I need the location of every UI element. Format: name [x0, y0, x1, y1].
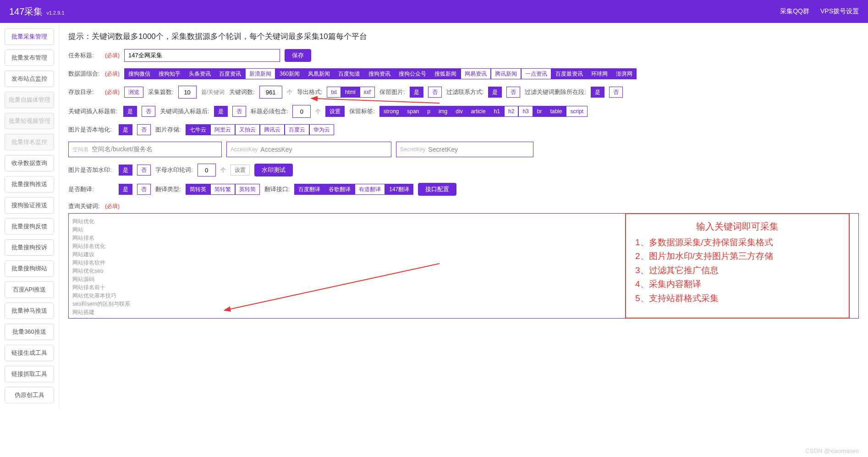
yes-toggle[interactable]: 是	[119, 165, 132, 176]
sidebar-item[interactable]: 链接抓取工具	[5, 366, 54, 382]
contain-input[interactable]	[292, 105, 311, 118]
option-tag[interactable]: 腾讯云	[260, 124, 285, 135]
count-unit: 篇/关键词	[201, 88, 225, 96]
option-tag[interactable]: 简转繁	[210, 184, 235, 195]
option-tag[interactable]: img	[434, 106, 451, 117]
no-toggle[interactable]: 否	[142, 106, 155, 117]
watermark-label: 图片是否加水印:	[68, 166, 114, 174]
option-tag[interactable]: p	[423, 106, 434, 117]
no-toggle[interactable]: 否	[232, 106, 246, 117]
option-tag[interactable]: 搜狗资讯	[364, 68, 395, 79]
yes-toggle[interactable]: 是	[488, 87, 502, 98]
sidebar-item[interactable]: 批量360推送	[5, 324, 54, 340]
option-tag[interactable]: 华为云	[309, 124, 334, 135]
option-tag[interactable]: 搜狗微信	[124, 68, 154, 79]
contain-label: 标题必须包含:	[251, 107, 288, 116]
option-tag[interactable]: 澎湃网	[612, 68, 637, 79]
keywords-textarea[interactable]	[68, 213, 859, 319]
yes-toggle[interactable]: 是	[123, 106, 137, 117]
sidebar-item[interactable]: 搜狗验证推送	[5, 197, 54, 214]
option-tag[interactable]: txt	[327, 87, 341, 98]
no-toggle[interactable]: 否	[137, 165, 151, 176]
option-tag[interactable]: 英转简	[235, 184, 260, 195]
option-tag[interactable]: 凤凰新闻	[304, 68, 334, 79]
option-tag[interactable]: table	[546, 106, 566, 117]
sidebar-item[interactable]: 批量搜狗反馈	[5, 218, 54, 235]
no-toggle[interactable]: 否	[137, 184, 151, 195]
no-toggle[interactable]: 否	[137, 124, 151, 135]
no-toggle[interactable]: 否	[506, 87, 520, 98]
option-tag[interactable]: 腾讯新闻	[491, 68, 521, 79]
option-tag[interactable]: strong	[379, 106, 403, 117]
set-button[interactable]: 设置	[231, 165, 250, 176]
sidebar-item[interactable]: 批量采集管理	[5, 28, 54, 45]
sidebar-item[interactable]: 百度API推送	[5, 281, 54, 298]
main-content: 提示：关键词数最多1000个，采集数据源多个轮训，每个关键词最多采集10篇每个平…	[59, 23, 868, 409]
option-tag[interactable]: xxf	[360, 87, 375, 98]
watermark-test-button[interactable]: 水印测试	[254, 164, 293, 176]
option-tag[interactable]: 147翻译	[385, 184, 413, 195]
option-tag[interactable]: h1	[490, 106, 504, 117]
kw-count-input[interactable]	[259, 86, 282, 99]
link-qq-group[interactable]: 采集QQ群	[780, 7, 809, 16]
sidebar-item[interactable]: 伪原创工具	[5, 387, 54, 403]
yes-toggle[interactable]: 是	[410, 87, 423, 98]
option-tag[interactable]: 有道翻译	[355, 184, 385, 195]
required-mark: (必填)	[105, 70, 120, 78]
option-tag[interactable]: 阿里云	[210, 124, 235, 135]
option-tag[interactable]: html	[341, 87, 360, 98]
option-tag[interactable]: span	[403, 106, 423, 117]
link-vps-settings[interactable]: VPS拨号设置	[820, 7, 859, 16]
option-tag[interactable]: 百度翻译	[294, 184, 324, 195]
sidebar-item[interactable]: 批量发布管理	[5, 50, 54, 66]
option-tag[interactable]: 网易资讯	[461, 68, 491, 79]
option-tag[interactable]: 又拍云	[235, 124, 260, 135]
option-tag[interactable]: h3	[518, 106, 533, 117]
option-tag[interactable]: br	[533, 106, 546, 117]
secret-key-input[interactable]: SecretKey SecretKey	[396, 142, 533, 157]
browse-button[interactable]: 浏览	[124, 87, 143, 98]
option-tag[interactable]: 360新闻	[275, 68, 304, 79]
option-tag[interactable]: article	[467, 106, 490, 117]
option-tag[interactable]: 百度云	[285, 124, 309, 135]
sidebar-item[interactable]: 批量搜狗绑站	[5, 260, 54, 277]
rotate-input[interactable]	[198, 164, 216, 176]
option-tag[interactable]: 搜狗知乎	[154, 68, 185, 79]
image-storage-label: 图片存储:	[155, 126, 181, 134]
sidebar-item[interactable]: 收录数据查询	[5, 155, 54, 171]
no-toggle[interactable]: 否	[609, 87, 623, 98]
option-tag[interactable]: 头条资讯	[185, 68, 215, 79]
option-tag[interactable]: 谷歌翻译	[324, 184, 355, 195]
set-button[interactable]: 设置	[325, 106, 345, 117]
option-tag[interactable]: h2	[504, 106, 518, 117]
option-tag[interactable]: 简转英	[186, 184, 210, 195]
option-tag[interactable]: 七牛云	[186, 124, 210, 135]
sidebar-item[interactable]: 发布站点监控	[5, 71, 54, 87]
api-config-button[interactable]: 接口配置	[418, 183, 456, 196]
yes-toggle[interactable]: 是	[591, 87, 604, 98]
option-tag[interactable]: 搜狗公众号	[395, 68, 430, 79]
option-tag[interactable]: script	[566, 106, 588, 117]
option-tag[interactable]: 环球网	[587, 68, 612, 79]
option-tag[interactable]: 新浪新闻	[245, 68, 275, 79]
no-toggle[interactable]: 否	[428, 87, 442, 98]
space-name-input[interactable]: 空间名 空间名/bucket/服务名	[68, 142, 222, 157]
yes-toggle[interactable]: 是	[119, 184, 132, 195]
option-tag[interactable]: 一点资讯	[521, 68, 551, 79]
task-title-input[interactable]	[124, 49, 280, 62]
option-tag[interactable]: 百度资讯	[215, 68, 245, 79]
yes-toggle[interactable]: 是	[119, 124, 132, 135]
sidebar-item[interactable]: 链接生成工具	[5, 345, 54, 361]
access-key-input[interactable]: AccessKey AccessKey	[226, 142, 391, 157]
sidebar-item[interactable]: 批量搜狗投诉	[5, 239, 54, 256]
yes-toggle[interactable]: 是	[214, 106, 228, 117]
sidebar-item[interactable]: 批量搜狗推送	[5, 176, 54, 193]
save-button[interactable]: 保存	[285, 49, 311, 62]
option-tag[interactable]: 百度最资讯	[551, 68, 587, 79]
option-tag[interactable]: 百度知道	[334, 68, 364, 79]
sidebar-item[interactable]: 批量神马推送	[5, 303, 54, 319]
option-tag[interactable]: 搜狐新闻	[430, 68, 461, 79]
count-input[interactable]	[178, 86, 197, 99]
required-mark: (必填)	[105, 203, 120, 210]
option-tag[interactable]: div	[451, 106, 467, 117]
